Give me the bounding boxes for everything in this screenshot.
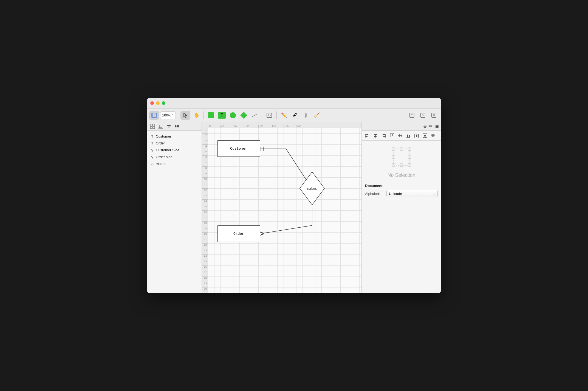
rlm-4: 4 [202,144,208,150]
text-icon: T [218,112,226,119]
distribute-v-button[interactable] [421,132,429,139]
alphabet-value: Unicode [389,192,402,196]
circle-icon [230,112,236,118]
right-panel-toolbar: ⊕ ✏ ▣ [362,122,441,131]
sidebar-label-customer-side: Customer Side [156,148,179,152]
preview-panel-icon[interactable]: ▣ [435,124,439,129]
ruler-left: 1 2 3 4 5 6 7 8 9 10 11 12 13 14 [202,128,208,293]
rectangle-tool-button[interactable] [206,111,216,120]
document-title: Document [365,184,438,188]
entity-customer[interactable]: Customer [217,140,260,157]
alphabet-label: Alphabet: [365,192,384,196]
rlm-7: 7 [202,161,208,166]
toolbar-separator-1 [178,111,178,119]
entity-order[interactable]: Order [217,225,260,242]
alphabet-row: Alphabet: Unicode ⌄ [365,190,438,197]
sidebar-toggle-button[interactable] [149,111,159,120]
pencil-tool-button[interactable]: ✏️ [279,111,289,120]
line-icon [252,113,258,117]
edit-panel-icon[interactable]: ✏ [429,124,432,129]
diamond-tool-button[interactable] [239,111,249,120]
ruler-mark-80: 80 [246,125,258,128]
sidebar-label-customer: Customer [156,134,171,138]
maximize-button[interactable] [162,101,165,105]
image-icon [266,112,272,118]
entity-order-label: Order [233,232,244,236]
rlm-6: 6 [202,155,208,161]
sidebar-items-list: T Customer T Order ⚲ Customer Side ⚲ Ord… [147,131,202,293]
svg-rect-23 [177,125,178,127]
svg-rect-20 [168,127,170,127]
svg-line-32 [261,234,264,236]
rlm-16: 16 [202,210,208,216]
svg-rect-12 [150,124,152,126]
align-right-button[interactable] [380,132,388,139]
zoom-control[interactable]: 100% ⌃ [160,111,176,119]
align-center-h-icon [373,133,378,138]
close-button[interactable] [150,101,154,105]
marker-tool-button[interactable] [301,111,311,120]
ungroup-button[interactable] [157,123,164,130]
diamond-icon-makes: ◇ [150,162,154,166]
svg-rect-15 [153,127,155,129]
window-button[interactable] [429,111,439,120]
sidebar-item-customer-side[interactable]: ⚲ Customer Side [147,147,202,153]
align-left-button[interactable] [363,132,371,139]
line-tool-button[interactable] [250,111,260,120]
no-selection-text: No Selection [387,172,415,178]
align-toolbar [362,131,441,141]
select-arrow-icon: ⌄ [433,192,435,196]
svg-rect-47 [392,134,393,136]
svg-rect-19 [167,125,171,126]
toolbar-separator-3 [262,111,262,119]
circle-tool-button[interactable] [228,111,238,120]
align-top-button[interactable] [388,132,396,139]
ruler-marks: 20 40 60 80 100 120 140 160 [208,125,309,128]
upload-button[interactable] [418,111,428,120]
svg-rect-37 [366,134,368,135]
sidebar-item-makes[interactable]: ◇ makes [147,160,202,167]
distribute-button[interactable] [174,123,180,130]
select-panel-icon[interactable]: ⊕ [423,124,427,129]
svg-rect-50 [401,135,402,137]
rlm-22: 22 [202,243,208,249]
text-tool-button[interactable]: T [217,111,227,120]
hand-tool-button[interactable]: ✋ [191,111,201,120]
pen-tool-button[interactable]: 🖋 [290,111,300,120]
align-sidebar-button[interactable] [166,123,172,130]
rectangle-icon [208,112,214,118]
svg-rect-49 [399,134,400,137]
sidebar-label-order: Order [156,141,165,145]
diamond-makes[interactable]: makes [298,171,326,206]
diagram-canvas[interactable]: Customer Order makes [208,128,361,293]
minimize-button[interactable] [156,101,160,105]
spread-button[interactable] [429,132,437,139]
main-toolbar: 100% ⌃ ✋ T [147,109,441,122]
titlebar [147,98,441,109]
image-tool-button[interactable] [264,111,274,120]
svg-line-31 [261,232,264,234]
group-button[interactable] [149,123,156,130]
select-tool-button[interactable] [180,111,190,120]
sidebar-item-customer[interactable]: T Customer [147,133,202,140]
alphabet-select[interactable]: Unicode ⌄ [386,190,438,197]
rlm-2: 2 [202,133,208,139]
pencil-icon: ✏️ [281,112,287,118]
rlm-1: 1 [202,128,208,133]
ruler-mark-160: 160 [296,125,309,128]
rlm-11: 11 [202,183,208,188]
distribute-h-button[interactable] [413,132,420,139]
spread-icon [431,133,436,138]
eraser-tool-button[interactable]: 🧹 [312,111,322,120]
asterisk-button[interactable]: * [407,111,417,120]
sidebar-item-order-side[interactable]: ⚲ Order side [147,153,202,160]
sidebar-item-order[interactable]: T Order [147,140,202,147]
align-center-h-button[interactable] [372,132,379,139]
distribute-v-icon [422,133,427,138]
ruler-mark-20: 20 [208,125,220,128]
svg-rect-6 [305,116,306,118]
align-bottom-button[interactable] [405,132,412,139]
rlm-20: 20 [202,232,208,238]
rlm-9: 9 [202,172,208,177]
align-center-v-button[interactable] [396,132,404,139]
